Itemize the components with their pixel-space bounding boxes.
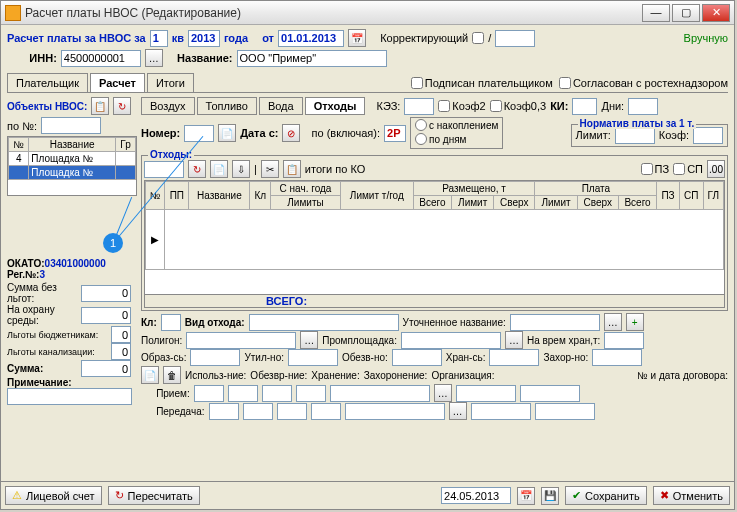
- hran-input[interactable]: [489, 349, 539, 366]
- decimals-icon[interactable]: .00: [707, 160, 725, 178]
- col-gr[interactable]: Гр: [116, 138, 136, 152]
- pz-checkbox[interactable]: [641, 163, 653, 175]
- koef-input[interactable]: [693, 127, 723, 144]
- per-org[interactable]: [345, 403, 445, 420]
- isp-icon[interactable]: 📄: [141, 366, 159, 384]
- add-icon[interactable]: +: [626, 313, 644, 331]
- paste-icon[interactable]: 📋: [283, 160, 301, 178]
- per-1[interactable]: [209, 403, 239, 420]
- vid-input[interactable]: [249, 314, 399, 331]
- waste-code-input[interactable]: [144, 161, 184, 178]
- kez-input[interactable]: [404, 98, 434, 115]
- prom-lookup-icon[interactable]: …: [505, 331, 523, 349]
- tab-payer[interactable]: Плательщик: [7, 73, 88, 92]
- env-input[interactable]: [81, 307, 131, 324]
- inn-input[interactable]: [61, 50, 141, 67]
- priem-org[interactable]: [330, 385, 430, 402]
- kl-input[interactable]: [161, 314, 181, 331]
- per-lookup-icon[interactable]: …: [449, 402, 467, 420]
- navrem-input[interactable]: [604, 332, 644, 349]
- obraz-input[interactable]: [190, 349, 240, 366]
- waste-doc-icon[interactable]: 📄: [210, 160, 228, 178]
- util-input[interactable]: [288, 349, 338, 366]
- accum-radio[interactable]: [415, 119, 427, 131]
- cut-icon[interactable]: ✂: [261, 160, 279, 178]
- corr-num-input[interactable]: [495, 30, 535, 47]
- subtab-air[interactable]: Воздух: [141, 97, 195, 115]
- date-from-icon[interactable]: ⊘: [282, 124, 300, 142]
- priem-lookup-icon[interactable]: …: [434, 384, 452, 402]
- signed-checkbox[interactable]: [411, 77, 423, 89]
- per-2[interactable]: [243, 403, 273, 420]
- tab-calc[interactable]: Расчет: [90, 73, 145, 92]
- inn-lookup-icon[interactable]: …: [145, 49, 163, 67]
- name-input[interactable]: [237, 50, 387, 67]
- footer-save-disk-icon[interactable]: 💾: [541, 487, 559, 505]
- footer-date-input[interactable]: [441, 487, 511, 504]
- priem-2[interactable]: [228, 385, 258, 402]
- limit-input[interactable]: [615, 127, 655, 144]
- sp-checkbox[interactable]: [673, 163, 685, 175]
- poligon-input[interactable]: [186, 332, 296, 349]
- zahor-input[interactable]: [592, 349, 642, 366]
- priem-1[interactable]: [194, 385, 224, 402]
- footer-date-picker-icon[interactable]: 📅: [517, 487, 535, 505]
- maximize-button[interactable]: ▢: [672, 4, 700, 22]
- quarter-input[interactable]: [150, 30, 168, 47]
- povkl-input[interactable]: [384, 125, 406, 142]
- bydays-radio[interactable]: [415, 133, 427, 145]
- tab-totals[interactable]: Итоги: [147, 73, 194, 92]
- obez-input[interactable]: [392, 349, 442, 366]
- note-input[interactable]: [7, 388, 132, 405]
- waste-export-icon[interactable]: ⇩: [232, 160, 250, 178]
- date-input[interactable]: [278, 30, 344, 47]
- account-button[interactable]: ⚠Лицевой счет: [5, 486, 102, 505]
- year-input[interactable]: [188, 30, 220, 47]
- corr-checkbox[interactable]: [472, 32, 484, 44]
- sum-input[interactable]: [81, 360, 131, 377]
- pono-input[interactable]: [41, 117, 101, 134]
- koef03-checkbox[interactable]: [490, 100, 502, 112]
- save-button[interactable]: ✔Сохранить: [565, 486, 647, 505]
- waste-refresh-icon[interactable]: ↻: [188, 160, 206, 178]
- per-dog-date[interactable]: [535, 403, 595, 420]
- isp-del-icon[interactable]: 🗑: [163, 366, 181, 384]
- obj-refresh-icon[interactable]: ↻: [113, 97, 131, 115]
- objects-grid[interactable]: № Название Гр 4 Площадка № Площадка №: [8, 137, 136, 180]
- col-no[interactable]: №: [9, 138, 29, 152]
- sum-no-disc-input[interactable]: [81, 285, 131, 302]
- per-4[interactable]: [311, 403, 341, 420]
- table-row[interactable]: ▶: [146, 210, 724, 270]
- subtab-fuel[interactable]: Топливо: [197, 97, 257, 115]
- priem-dog-date[interactable]: [520, 385, 580, 402]
- budget-input[interactable]: [111, 326, 131, 343]
- per-3[interactable]: [277, 403, 307, 420]
- waste-grid[interactable]: № ПП Название Кл С нач. года Лимит т/год…: [144, 180, 725, 295]
- dni-input[interactable]: [628, 98, 658, 115]
- recalc-button[interactable]: ↻Пересчитать: [108, 486, 200, 505]
- table-row[interactable]: 4 Площадка №: [9, 152, 136, 166]
- minimize-button[interactable]: —: [642, 4, 670, 22]
- priem-dog-no[interactable]: [456, 385, 516, 402]
- subtab-waste[interactable]: Отходы: [305, 97, 366, 115]
- nomer-icon[interactable]: 📄: [218, 124, 236, 142]
- poligon-lookup-icon[interactable]: …: [300, 331, 318, 349]
- priem-3[interactable]: [262, 385, 292, 402]
- date-picker-icon[interactable]: 📅: [348, 29, 366, 47]
- per-dog-no[interactable]: [471, 403, 531, 420]
- approved-checkbox[interactable]: [559, 77, 571, 89]
- table-row[interactable]: Площадка №: [9, 166, 136, 180]
- close-button[interactable]: ✕: [702, 4, 730, 22]
- col-name[interactable]: Название: [29, 138, 116, 152]
- manual-link[interactable]: Вручную: [684, 32, 728, 44]
- koef2-checkbox[interactable]: [438, 100, 450, 112]
- utoch-input[interactable]: [510, 314, 600, 331]
- prom-input[interactable]: [401, 332, 501, 349]
- ki-input[interactable]: [572, 98, 597, 115]
- vid-lookup-icon[interactable]: …: [604, 313, 622, 331]
- obj-list-icon[interactable]: 📋: [91, 97, 109, 115]
- sewer-input[interactable]: [111, 343, 131, 360]
- subtab-water[interactable]: Вода: [259, 97, 303, 115]
- cancel-button[interactable]: ✖Отменить: [653, 486, 730, 505]
- priem-4[interactable]: [296, 385, 326, 402]
